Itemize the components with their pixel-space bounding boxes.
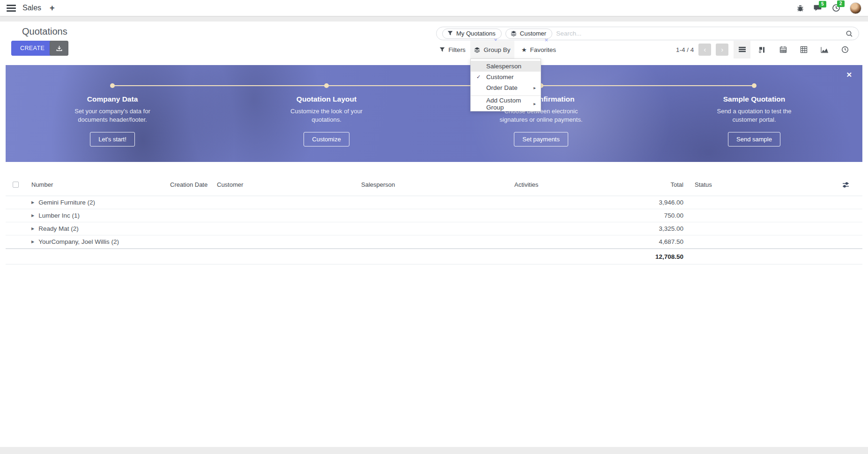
group-by-button[interactable]: Group By	[470, 41, 514, 59]
search-input[interactable]	[556, 30, 842, 37]
favorites-label: Favorites	[530, 46, 556, 53]
menu-item-order-date[interactable]: Order Date ▸	[471, 82, 541, 93]
app-name[interactable]: Sales	[22, 4, 41, 12]
user-avatar[interactable]	[850, 2, 861, 14]
content-area: Quotations CREATE My Quotations × Cus	[0, 22, 868, 447]
step-description: Customize the look of your quotations.	[277, 107, 376, 124]
facet-my-quotations[interactable]: My Quotations ×	[442, 29, 502, 39]
group-name: Ready Mat (2)	[38, 225, 79, 232]
group-total: 3,325.00	[605, 222, 683, 235]
column-header-activities[interactable]: Activities	[514, 174, 538, 196]
menu-item-salesperson[interactable]: Salesperson	[471, 61, 541, 72]
sales-quotations-screen: Sales + 5	[0, 0, 868, 454]
pager-previous-button[interactable]: ‹	[698, 44, 711, 56]
pivot-view-button[interactable]	[795, 41, 812, 59]
timeline-dot	[324, 83, 329, 88]
plus-tab-icon[interactable]: +	[50, 3, 55, 13]
filters-button[interactable]: Filters	[436, 41, 469, 59]
expand-caret-icon[interactable]: ▶	[31, 200, 34, 205]
set-payments-button[interactable]: Set payments	[514, 132, 568, 146]
column-header-creation-date[interactable]: Creation Date	[170, 174, 208, 196]
filter-funnel-icon	[439, 47, 445, 52]
menu-item-label: Customer	[486, 73, 514, 81]
optional-columns-icon[interactable]	[842, 174, 849, 196]
column-header-number[interactable]: Number	[31, 174, 53, 196]
group-row-gemini-furniture[interactable]: ▶ Gemini Furniture (2) 3,946.00	[6, 196, 862, 209]
column-header-salesperson[interactable]: Salesperson	[361, 174, 395, 196]
select-all-checkbox[interactable]	[13, 182, 19, 188]
group-total: 750.00	[605, 209, 683, 222]
timeline-dot	[110, 83, 115, 88]
step-title: Quotation Layout	[256, 95, 397, 103]
activity-view-button[interactable]	[837, 41, 853, 59]
facet-customer[interactable]: Customer ×	[505, 29, 552, 39]
group-total: 4,687.50	[605, 235, 683, 248]
create-button[interactable]: CREATE	[11, 41, 53, 56]
expand-caret-icon[interactable]: ▶	[31, 227, 34, 231]
group-name: Gemini Furniture (2)	[38, 199, 95, 206]
export-button[interactable]	[50, 41, 68, 56]
step-title: Sample Quotation	[684, 95, 824, 103]
menu-item-label: Add Custom Group	[486, 97, 534, 111]
systray: 5 2	[796, 2, 861, 14]
send-sample-button[interactable]: Send sample	[728, 132, 780, 146]
list-view-button[interactable]	[734, 41, 750, 59]
view-switcher	[734, 41, 853, 59]
submenu-caret-icon: ▸	[534, 101, 536, 106]
group-total: 3,946.00	[605, 196, 683, 209]
group-name: Lumber Inc (1)	[38, 212, 80, 219]
onboarding-step-quotation-layout: Quotation Layout Customize the look of y…	[256, 95, 397, 146]
top-navbar: Sales + 5	[0, 0, 868, 16]
group-by-label: Group By	[483, 46, 510, 53]
list-view-icon	[738, 46, 746, 53]
page-title: Quotations	[22, 26, 67, 37]
column-header-status[interactable]: Status	[695, 174, 712, 196]
pager-next-button[interactable]: ›	[716, 44, 728, 56]
calendar-view-button[interactable]	[775, 41, 792, 59]
layers-icon	[474, 47, 480, 53]
download-icon	[56, 45, 63, 52]
menu-item-customer[interactable]: ✓ Customer	[471, 72, 541, 82]
graph-view-icon	[821, 46, 829, 53]
activities-menu[interactable]: 2	[832, 4, 840, 12]
debug-bug-icon[interactable]	[796, 4, 804, 12]
lets-start-button[interactable]: Let's start!	[90, 132, 135, 146]
messages-count-badge: 5	[819, 1, 826, 7]
bug-icon	[796, 4, 804, 12]
favorites-button[interactable]: ★ Favorites	[517, 41, 560, 59]
activity-clock-icon	[841, 46, 849, 53]
expand-caret-icon[interactable]: ▶	[31, 213, 34, 218]
menu-item-label: Order Date	[486, 84, 518, 91]
calendar-view-icon	[779, 46, 787, 53]
expand-caret-icon[interactable]: ▶	[31, 240, 34, 244]
search-icon[interactable]	[846, 30, 853, 37]
activities-count-badge: 2	[837, 0, 845, 7]
group-row-ready-mat[interactable]: ▶ Ready Mat (2) 3,325.00	[6, 222, 862, 235]
check-icon: ✓	[476, 74, 481, 80]
grand-total-value: 12,708.50	[605, 249, 683, 264]
messages-menu[interactable]: 5	[814, 4, 823, 12]
column-header-customer[interactable]: Customer	[217, 174, 243, 196]
search-bar[interactable]: My Quotations × Customer ×	[436, 27, 859, 40]
menu-separator	[471, 95, 541, 96]
timeline-dot	[752, 83, 757, 88]
kanban-view-button[interactable]	[754, 41, 771, 59]
menu-item-add-custom-group[interactable]: Add Custom Group ▸	[471, 98, 541, 109]
pivot-view-icon	[800, 46, 808, 53]
apps-menu-icon[interactable]	[7, 5, 16, 12]
list-header-row: Number Creation Date Customer Salesperso…	[6, 174, 862, 196]
group-row-yourcompany-joel-willis[interactable]: ▶ YourCompany, Joel Willis (2) 4,687.50	[6, 235, 862, 249]
graph-view-button[interactable]	[816, 41, 833, 59]
column-header-total[interactable]: Total	[605, 174, 683, 196]
kanban-view-icon	[759, 46, 766, 53]
customize-button[interactable]: Customize	[304, 132, 349, 146]
pager-value: 1-4 / 4	[676, 46, 694, 53]
onboarding-step-sample-quotation: Sample Quotation Send a quotation to tes…	[684, 95, 824, 146]
onboarding-step-company-data: Company Data Set your company's data for…	[42, 95, 183, 146]
facet-label: Customer	[520, 30, 546, 37]
onboarding-banner: ✕ Company Data Set your company's data f…	[6, 65, 862, 162]
banner-close-icon[interactable]: ✕	[846, 71, 852, 79]
submenu-caret-icon: ▸	[534, 85, 536, 90]
step-description: Set your company's data for documents he…	[63, 107, 162, 124]
group-row-lumber-inc[interactable]: ▶ Lumber Inc (1) 750.00	[6, 209, 862, 222]
